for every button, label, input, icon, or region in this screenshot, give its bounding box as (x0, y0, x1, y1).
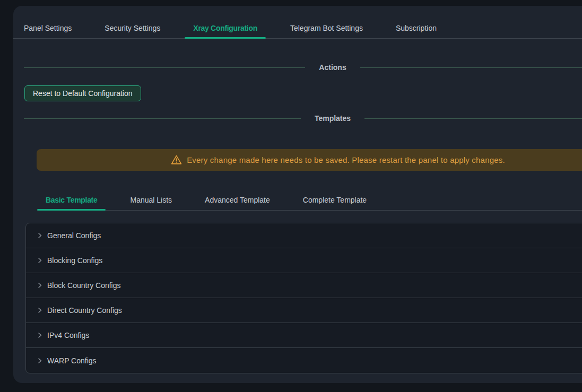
tab-xray-configuration[interactable]: Xray Configuration (185, 6, 266, 38)
chevron-right-icon (37, 257, 43, 264)
page: Panel Settings Security Settings Xray Co… (0, 0, 582, 392)
accordion-item-label: IPv4 Configs (47, 331, 89, 339)
tab-subscription[interactable]: Subscription (387, 6, 445, 38)
templates-divider: Templates (24, 112, 582, 124)
accordion-item-ipv4-configs[interactable]: IPv4 Configs (26, 323, 582, 348)
templates-divider-label: Templates (301, 114, 364, 123)
accordion-item-blocking-configs[interactable]: Blocking Configs (26, 248, 582, 273)
settings-card: Panel Settings Security Settings Xray Co… (13, 6, 582, 383)
warning-triangle-icon (171, 154, 182, 165)
configs-accordion: General Configs Blocking Configs Block C… (25, 223, 582, 373)
accordion-item-label: Direct Country Configs (47, 306, 122, 315)
tab-manual-lists[interactable]: Manual Lists (121, 189, 180, 210)
chevron-right-icon (37, 332, 43, 338)
tab-telegram-bot-settings[interactable]: Telegram Bot Settings (282, 6, 371, 38)
template-tab-bar: Basic Template Manual Lists Advanced Tem… (37, 189, 582, 211)
accordion-item-label: WARP Configs (47, 356, 97, 365)
warning-alert-message: Every change made here needs to be saved… (187, 155, 505, 164)
accordion-item-warp-configs[interactable]: WARP Configs (26, 348, 582, 373)
actions-divider: Actions (24, 62, 582, 73)
accordion-item-direct-country-configs[interactable]: Direct Country Configs (26, 298, 582, 323)
tab-panel-settings[interactable]: Panel Settings (15, 6, 80, 38)
main-tab-bar: Panel Settings Security Settings Xray Co… (13, 6, 582, 39)
chevron-right-icon (37, 232, 43, 239)
reset-to-default-button[interactable]: Reset to Default Configuration (24, 85, 141, 101)
accordion-item-general-configs[interactable]: General Configs (26, 223, 582, 248)
chevron-right-icon (37, 282, 43, 289)
chevron-right-icon (37, 358, 43, 364)
warning-alert: Every change made here needs to be saved… (37, 149, 582, 171)
tab-basic-template[interactable]: Basic Template (37, 189, 106, 210)
accordion-item-block-country-configs[interactable]: Block Country Configs (26, 273, 582, 298)
tab-advanced-template[interactable]: Advanced Template (196, 189, 279, 210)
accordion-item-label: Block Country Configs (47, 281, 121, 290)
accordion-item-label: General Configs (47, 231, 101, 240)
tab-complete-template[interactable]: Complete Template (294, 189, 375, 210)
chevron-right-icon (37, 307, 43, 313)
actions-divider-label: Actions (305, 63, 360, 72)
accordion-item-label: Blocking Configs (47, 256, 102, 265)
tab-security-settings[interactable]: Security Settings (96, 6, 169, 38)
